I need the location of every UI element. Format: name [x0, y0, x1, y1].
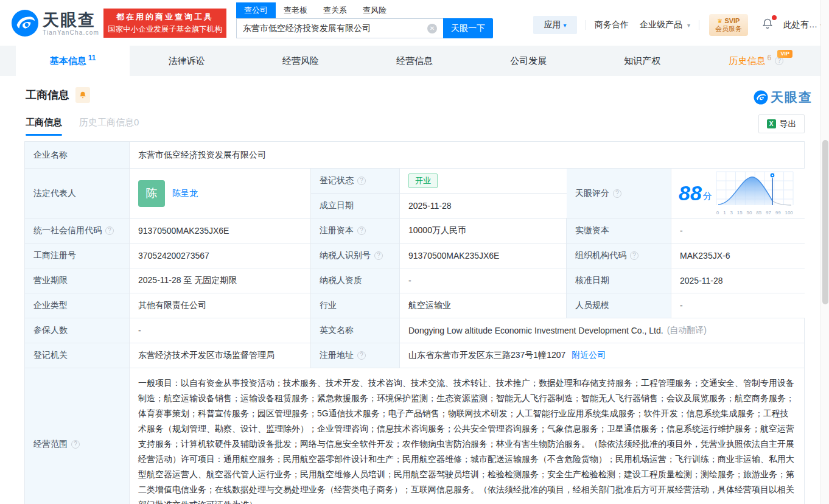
table-row: 企业类型 其他有限责任公司 行业 航空运输业 人员规模 -: [25, 293, 804, 318]
subtab-history-business-info[interactable]: 历史工商信息0: [79, 117, 139, 136]
tab-intellectual-property[interactable]: 知识产权: [586, 46, 699, 76]
tab-operation-risk[interactable]: 经营风险: [243, 46, 357, 76]
company-name-label: 企业名称: [25, 142, 130, 168]
table-row: 工商注册号 370524200273567 纳税人识别号 ? 91370500M…: [25, 243, 804, 268]
reg-authority-value: 东营经济技术开发区市场监督管理局: [130, 343, 311, 368]
company-type-value: 其他有限责任公司: [130, 293, 311, 318]
help-icon[interactable]: ?: [105, 226, 114, 235]
score-distribution-chart: 0131550859799100: [716, 171, 794, 215]
established-value: 2025-11-28: [400, 194, 567, 218]
divider: [699, 20, 699, 30]
help-icon[interactable]: ?: [357, 226, 366, 235]
legal-rep-link[interactable]: 陈呈龙: [172, 188, 198, 199]
company-type-label: 企业类型: [25, 293, 130, 318]
taxpayer-quality-value: -: [400, 268, 567, 293]
search-tab-relation[interactable]: 查关系: [315, 2, 355, 18]
insured-value: -: [130, 318, 311, 343]
english-name-label: 英文名称: [311, 318, 400, 343]
tab-basic-info[interactable]: 基本信息 11: [16, 46, 130, 76]
help-icon[interactable]: ?: [71, 440, 80, 449]
company-tab-bar: 基本信息 11 法律诉讼 经营风险 经营信息 公司发展 知识产权 VIP 历史信…: [0, 46, 829, 76]
clear-search-icon[interactable]: ✕: [427, 24, 437, 33]
taxpayer-id-label: 纳税人识别号: [320, 250, 371, 261]
org-code-label: 组织机构代码: [575, 250, 626, 261]
logo-title: 天眼查: [43, 11, 99, 29]
search-tab-boss[interactable]: 查老板: [276, 2, 315, 18]
tab-legal-litigation[interactable]: 法律诉讼: [130, 46, 243, 76]
staff-size-label: 人员规模: [567, 293, 671, 318]
help-icon[interactable]: ?: [374, 251, 383, 260]
table-row: 登记机关 东营经济技术开发区市场监督管理局 注册地址 ? 山东省东营市开发区东三…: [25, 343, 804, 368]
notification-dot: [772, 15, 777, 20]
divider: [586, 20, 586, 30]
subscribe-bell-button[interactable]: [75, 87, 90, 103]
export-button[interactable]: X 导出: [758, 114, 805, 133]
paid-capital-label: 实缴资本: [567, 219, 671, 243]
help-icon[interactable]: ?: [775, 57, 783, 65]
search-tab-risk[interactable]: 查风险: [355, 2, 394, 18]
legal-rep-avatar[interactable]: 陈: [138, 180, 165, 207]
reg-status-label: 登记状态: [320, 175, 354, 186]
established-label: 成立日期: [311, 194, 400, 218]
scrollbar-thumb[interactable]: [822, 140, 828, 304]
search-input[interactable]: [236, 18, 443, 38]
taxpayer-quality-label: 纳税人资质: [311, 268, 400, 293]
approval-date-value: 2025-11-28: [671, 268, 805, 293]
search-tab-company[interactable]: 查公司: [236, 2, 276, 18]
scope-label: 经营范围: [33, 439, 68, 450]
nav-cooperation[interactable]: 商务合作: [595, 19, 629, 30]
search-button[interactable]: 天眼一下: [443, 18, 493, 38]
scope-value: 一般项目：以自有资金从事投资活动；技术服务、技术开发、技术咨询、技术交流、技术转…: [130, 368, 804, 504]
table-row: 营业期限 2025-11-28 至 无固定期限 纳税人资质 - 核准日期 202…: [25, 268, 804, 293]
address-label: 注册地址: [320, 350, 354, 361]
reg-authority-label: 登记机关: [25, 343, 130, 368]
chevron-down-icon: ▾: [687, 22, 690, 29]
help-icon[interactable]: ?: [613, 189, 621, 198]
legal-rep-label: 法定代表人: [25, 169, 130, 218]
crown-icon: ♛: [717, 18, 722, 24]
chevron-down-icon: ▾: [563, 22, 566, 29]
help-icon[interactable]: ?: [357, 177, 366, 185]
auto-translate-note: (自动翻译): [667, 325, 707, 336]
top-nav: 应用 ▾ 商务合作 企业级产品 ▾ ♛ SVIP 会员服务: [533, 15, 823, 35]
business-term-value: 2025-11-28 至 无固定期限: [130, 268, 311, 293]
header: 天眼查 TianYanCha.com 都在用的商业查询工具 国家中小企业发展子基…: [0, 0, 829, 46]
site-logo[interactable]: 天眼查 TianYanCha.com: [11, 9, 99, 37]
nearby-companies-link[interactable]: 附近公司: [572, 350, 606, 361]
tab-company-development[interactable]: 公司发展: [472, 46, 586, 76]
subtab-business-info[interactable]: 工商信息: [26, 117, 62, 136]
taxpayer-id-value: 91370500MAK235JX6E: [400, 243, 567, 268]
tab-history-info[interactable]: VIP 历史信息 6 ?: [699, 46, 813, 76]
insured-label: 参保人数: [25, 318, 130, 343]
reg-capital-value: 10000万人民币: [400, 219, 567, 243]
reg-number-label: 工商注册号: [25, 243, 130, 268]
tab-operation-info[interactable]: 经营信息: [357, 46, 471, 76]
business-term-label: 营业期限: [25, 268, 130, 293]
scrollbar-track: [820, 0, 829, 504]
reg-number-value: 370524200273567: [130, 243, 311, 268]
score-value: 88: [679, 181, 702, 205]
industry-label: 行业: [311, 293, 400, 318]
account-menu[interactable]: 此处有… ▾: [783, 19, 823, 30]
promo-line1: 都在用的商业查询工具: [116, 12, 214, 23]
table-row: 统一社会信用代码 ? 91370500MAK235JX6E 注册资本 ? 100…: [25, 219, 804, 243]
score-unit: 分: [703, 191, 712, 202]
paid-capital-value: -: [671, 219, 805, 243]
bell-icon: [79, 91, 87, 99]
nav-apps-dropdown[interactable]: 应用 ▾: [533, 16, 577, 34]
tab-count: 6: [768, 54, 772, 62]
table-row: 企业名称 东营市低空经济投资发展有限公司: [25, 142, 804, 169]
tianyancha-logo-icon: [11, 9, 39, 37]
nav-enterprise-products[interactable]: 企业级产品 ▾: [640, 19, 690, 30]
notifications-button[interactable]: [761, 18, 774, 32]
help-icon[interactable]: ?: [357, 351, 366, 360]
svip-membership-button[interactable]: ♛ SVIP 会员服务: [709, 14, 748, 36]
vip-badge: VIP: [777, 50, 792, 58]
watermark-logo: 天眼查: [754, 89, 813, 106]
help-icon[interactable]: ?: [630, 251, 638, 260]
score-label: 天眼评分: [575, 188, 609, 199]
chart-x-ticks: 0131550859799100: [716, 210, 794, 215]
english-name-value: Dongying Low altitude Economic Investmen…: [408, 326, 663, 335]
approval-date-label: 核准日期: [567, 268, 671, 293]
tianyancha-company-page: 天眼查 TianYanCha.com 都在用的商业查询工具 国家中小企业发展子基…: [0, 0, 829, 504]
